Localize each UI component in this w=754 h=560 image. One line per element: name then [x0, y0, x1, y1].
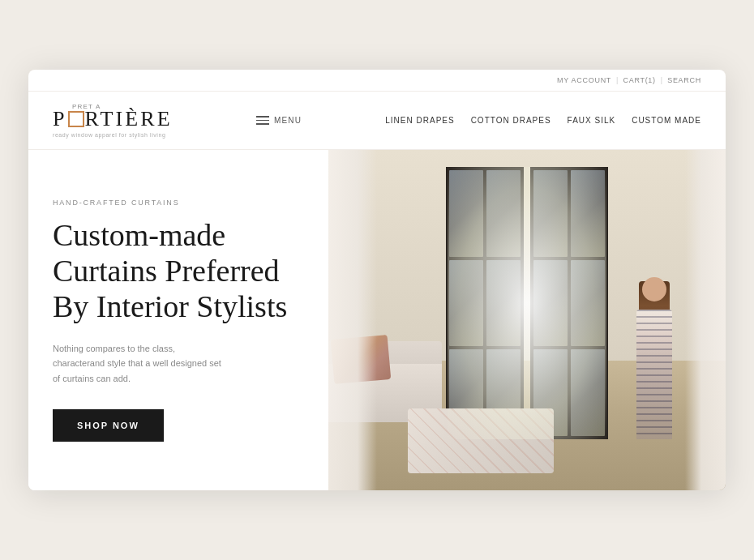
- hero-image: [328, 150, 726, 490]
- door-glass-2: [486, 170, 521, 257]
- door-glass-9: [533, 260, 568, 347]
- door-glass-8: [571, 170, 605, 257]
- nav-cotton-drapes[interactable]: COTTON DRAPES: [471, 116, 551, 125]
- door-right-panel: [530, 167, 608, 439]
- shop-now-button[interactable]: SHOP NOW: [53, 409, 164, 442]
- curtain-right: [685, 150, 726, 490]
- cart-link[interactable]: CART(1): [623, 76, 655, 84]
- nav-linen-drapes[interactable]: LINEN DRAPES: [385, 116, 454, 125]
- figure-body: [636, 310, 672, 439]
- logo-text-p: P: [53, 109, 67, 130]
- door-glass-1: [449, 170, 483, 257]
- utility-bar: MY ACCOUNT | CART(1) | SEARCH: [28, 70, 726, 92]
- hamburger-line-2: [256, 120, 269, 122]
- hamburger-line-1: [256, 116, 269, 118]
- my-account-link[interactable]: MY ACCOUNT: [557, 76, 611, 84]
- nav-faux-silk[interactable]: FAUX SILK: [568, 116, 616, 125]
- divider-2: |: [661, 76, 662, 84]
- logo-main: P RTIÈRE: [53, 109, 173, 130]
- door-glass-12: [571, 349, 605, 436]
- hamburger-icon[interactable]: [256, 116, 269, 125]
- logo-text-rtiere: RTIÈRE: [85, 109, 173, 130]
- logo-o-box: [68, 111, 84, 127]
- divider-1: |: [616, 76, 618, 84]
- hero-eyebrow: HAND-CRAFTED CURTAINS: [53, 199, 304, 207]
- search-link[interactable]: SEARCH: [667, 76, 701, 84]
- menu-label[interactable]: MENU: [274, 116, 302, 125]
- hero-image-background: [328, 150, 726, 490]
- hero-content: HAND-CRAFTED CURTAINS Custom-made Curtai…: [28, 150, 328, 490]
- figure-head: [642, 277, 666, 301]
- door-glass-7: [533, 170, 568, 257]
- main-nav: PRET A P RTIÈRE Ready Window Apparel For…: [28, 92, 726, 150]
- browser-window: MY ACCOUNT | CART(1) | SEARCH PRET A P R…: [28, 70, 726, 490]
- door-glass-10: [571, 260, 605, 347]
- door-left-panel: [446, 167, 524, 439]
- door-glass-4: [486, 260, 521, 347]
- utility-bar-items: MY ACCOUNT | CART(1) | SEARCH: [557, 76, 701, 84]
- door-glass-3: [449, 260, 483, 347]
- logo-tagline: Ready Window Apparel For Stylish Living: [53, 132, 165, 138]
- nav-custom-made[interactable]: CUSTOM MADE: [632, 116, 701, 125]
- rug: [408, 408, 554, 473]
- figure: [632, 277, 677, 439]
- logo[interactable]: PRET A P RTIÈRE Ready Window Apparel For…: [53, 103, 173, 138]
- room-scene: [328, 150, 726, 490]
- hero-description: Nothing compares to the class, character…: [53, 341, 223, 387]
- nav-right: LINEN DRAPES COTTON DRAPES FAUX SILK CUS…: [385, 116, 701, 125]
- curtain-left: [328, 150, 377, 490]
- hero-section: HAND-CRAFTED CURTAINS Custom-made Curtai…: [28, 150, 726, 490]
- nav-left: MENU: [256, 116, 302, 125]
- hero-headline: Custom-made Curtains Preferred By Interi…: [53, 218, 304, 324]
- hamburger-line-3: [256, 123, 269, 125]
